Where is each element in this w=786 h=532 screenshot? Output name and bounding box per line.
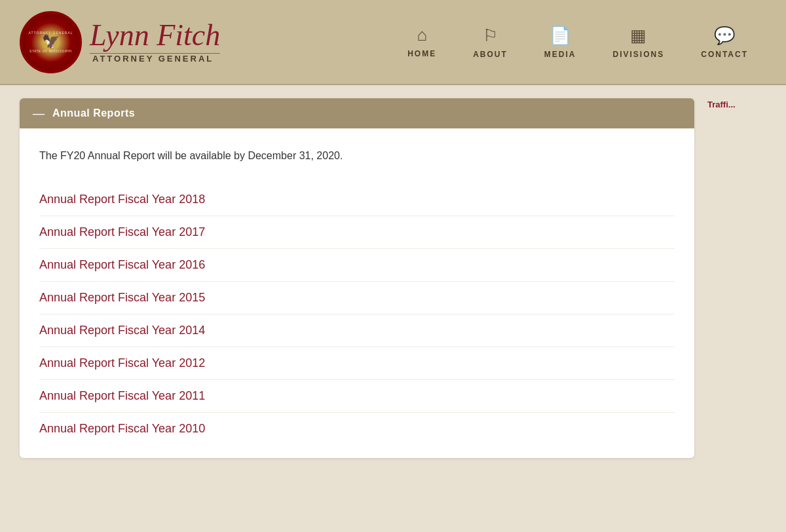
nav-about[interactable]: ⚐ ABOUT — [455, 19, 526, 66]
accordion-body: The FY20 Annual Report will be available… — [20, 128, 694, 458]
right-sidebar: Traffi... — [707, 98, 786, 519]
report-link-fy2017[interactable]: Annual Report Fiscal Year 2017 — [39, 216, 675, 249]
report-link-fy2012[interactable]: Annual Report Fiscal Year 2012 — [39, 347, 675, 380]
contact-icon: 💬 — [714, 26, 735, 46]
notice-text: The FY20 Annual Report will be available… — [39, 148, 675, 164]
state-seal: ATTORNEY GENERAL 🦅 STATE OF MISSISSIPPI — [20, 11, 82, 73]
attorney-name: Lynn Fitch — [90, 20, 220, 50]
report-link-fy2011[interactable]: Annual Report Fiscal Year 2011 — [39, 380, 675, 413]
nav-home[interactable]: ⌂ HOME — [389, 19, 455, 65]
sidebar-traffi-link[interactable]: Traffi... — [707, 100, 736, 109]
logo-area: ATTORNEY GENERAL 🦅 STATE OF MISSISSIPPI … — [20, 11, 220, 73]
about-icon: ⚐ — [483, 26, 498, 46]
report-link-fy2016[interactable]: Annual Report Fiscal Year 2016 — [39, 249, 675, 282]
attorney-title: ATTORNEY GENERAL — [90, 53, 220, 64]
home-label: HOME — [407, 49, 436, 58]
site-header: ATTORNEY GENERAL 🦅 STATE OF MISSISSIPPI … — [0, 0, 786, 85]
collapse-icon: — — [33, 107, 45, 119]
nav-contact[interactable]: 💬 CONTACT — [683, 19, 766, 66]
accordion-header[interactable]: — Annual Reports — [20, 98, 694, 128]
nav-media[interactable]: 📄 MEDIA — [526, 19, 595, 66]
home-icon: ⌂ — [417, 26, 427, 45]
page-content: — Annual Reports The FY20 Annual Report … — [0, 85, 786, 532]
report-link-fy2018[interactable]: Annual Report Fiscal Year 2018 — [39, 183, 675, 216]
annual-reports-section: — Annual Reports The FY20 Annual Report … — [20, 98, 694, 458]
divisions-icon: ▦ — [630, 26, 646, 46]
main-nav: ⌂ HOME ⚐ ABOUT 📄 MEDIA ▦ DIVISIONS 💬 CON… — [389, 19, 766, 66]
media-icon: 📄 — [550, 26, 571, 46]
report-link-fy2015[interactable]: Annual Report Fiscal Year 2015 — [39, 282, 675, 314]
nav-divisions[interactable]: ▦ DIVISIONS — [595, 19, 683, 66]
accordion-title: Annual Reports — [52, 107, 135, 119]
divisions-label: DIVISIONS — [613, 50, 665, 59]
report-link-fy2010[interactable]: Annual Report Fiscal Year 2010 — [39, 413, 675, 445]
main-content: — Annual Reports The FY20 Annual Report … — [20, 98, 694, 519]
report-link-fy2014[interactable]: Annual Report Fiscal Year 2014 — [39, 314, 675, 347]
about-label: ABOUT — [473, 50, 508, 59]
media-label: MEDIA — [544, 50, 576, 59]
contact-label: CONTACT — [701, 50, 748, 59]
name-area: Lynn Fitch ATTORNEY GENERAL — [90, 20, 220, 64]
